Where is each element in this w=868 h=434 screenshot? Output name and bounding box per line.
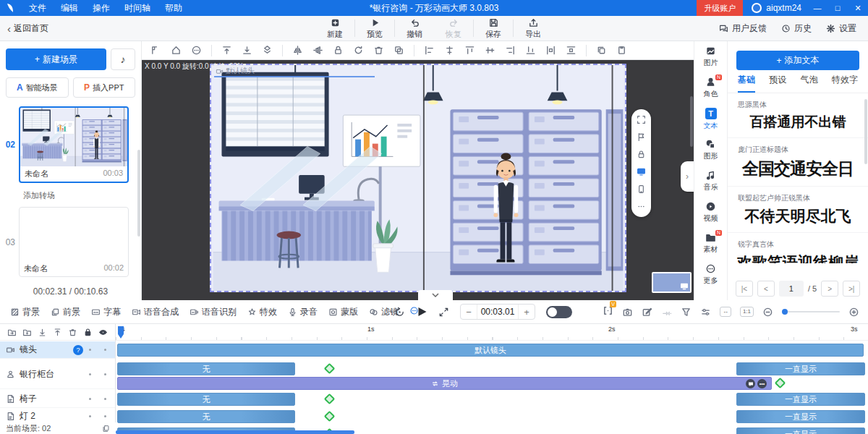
timecode-value[interactable]: 00:03.01 [477, 305, 519, 319]
hold-bar[interactable]: 一直显示 [736, 427, 865, 434]
keyframe-diamond[interactable] [324, 411, 336, 422]
user-avatar[interactable] [752, 3, 762, 13]
page-number-input[interactable]: 1 [779, 281, 804, 297]
undo-button[interactable]: 撤销 [395, 17, 434, 40]
move-down-icon[interactable] [38, 328, 47, 337]
insert-ppt-button[interactable]: P插入PPT [73, 77, 136, 98]
screenshot-icon[interactable] [622, 307, 633, 318]
audio-plug-icon[interactable] [661, 307, 672, 318]
scene-thumbnail-selected[interactable]: 未命名00:03 [19, 106, 129, 183]
scene-thumbnail-empty[interactable]: 未命名00:02 [19, 207, 129, 277]
feedback-button[interactable]: 用户反馈 [719, 22, 767, 35]
menu-timeline[interactable]: 时间轴 [117, 2, 158, 14]
playhead[interactable] [116, 326, 125, 339]
zoom-in-icon[interactable] [848, 307, 859, 318]
record-button[interactable]: 录音 [288, 306, 318, 318]
enter-animation-bar[interactable]: 无 [117, 393, 295, 406]
keyframe-diamond[interactable] [324, 393, 336, 405]
font-item[interactable]: 锐字真言体 欢歌笑语迎线柳岸 [728, 239, 868, 269]
text-panel-scrollbar[interactable] [864, 99, 867, 164]
add-folder-icon[interactable] [22, 328, 32, 337]
new-button[interactable]: 新建 [315, 17, 354, 40]
align-bottom-icon[interactable] [525, 45, 536, 56]
align-right-icon[interactable] [505, 45, 516, 56]
help-badge[interactable]: ? [73, 345, 83, 355]
last-page-button[interactable]: >| [843, 281, 860, 297]
preview-button[interactable]: 预览 [355, 17, 394, 40]
phone-icon[interactable] [637, 184, 646, 194]
tab-effect-text[interactable]: 特效字 [832, 74, 858, 93]
replay-icon[interactable] [394, 307, 405, 318]
eye-icon[interactable] [98, 328, 108, 337]
lock-icon[interactable] [83, 328, 93, 337]
keyframe-diamond[interactable] [324, 363, 336, 375]
keyframe-diamond[interactable] [775, 378, 786, 389]
menu-file[interactable]: 文件 [22, 2, 54, 14]
effects-button[interactable]: 特效 [247, 306, 277, 318]
slider-knob[interactable] [782, 309, 788, 315]
trash-icon[interactable] [68, 328, 77, 337]
paste-icon[interactable] [616, 45, 627, 56]
smart-scene-button[interactable]: A智能场景 [6, 77, 69, 98]
edit-icon[interactable] [642, 307, 652, 318]
row-toggles[interactable] [89, 349, 106, 351]
background-button[interactable]: 背景 [10, 306, 40, 318]
scene-panel-scrollbar[interactable] [137, 150, 140, 237]
ruler-corner-icon[interactable] [150, 45, 161, 56]
settings-button[interactable]: 设置 [826, 22, 856, 35]
tab-basic[interactable]: 基础 [738, 74, 755, 93]
funnel-icon[interactable] [681, 307, 692, 318]
menu-edit[interactable]: 编辑 [54, 2, 85, 14]
back-home-button[interactable]: ‹返回首页 [7, 22, 48, 35]
delete-icon[interactable] [373, 45, 384, 56]
timeline-tracks[interactable]: 0s 1s 2s 3s 默认镜头 无 一直显示 晃动 ••• 无 一直显示 无 … [116, 324, 868, 434]
menu-operate[interactable]: 操作 [85, 2, 117, 14]
rail-item-character[interactable]: N 角色 [694, 72, 727, 103]
home-icon[interactable] [171, 45, 182, 56]
more-dots-icon[interactable] [637, 202, 646, 211]
time-minus-button[interactable]: − [461, 307, 477, 318]
distribute-h-icon[interactable] [545, 45, 556, 56]
fit-screen-icon[interactable] [637, 115, 646, 124]
move-layer-up-icon[interactable] [262, 45, 273, 56]
timeline-ruler[interactable]: 0s 1s 2s 3s [116, 324, 868, 341]
align-left-icon[interactable] [424, 45, 435, 56]
enter-animation-bar[interactable]: 无 [117, 362, 295, 375]
flag-icon[interactable] [637, 132, 646, 142]
enter-animation-bar[interactable]: 无 [117, 410, 295, 423]
marker-tool[interactable]: V [603, 305, 613, 318]
add-transition-link[interactable]: 添加转场 [23, 190, 141, 201]
zoom-out-icon[interactable] [762, 307, 773, 318]
scene-item[interactable]: 02 未命名00:03 [0, 106, 141, 183]
time-plus-button[interactable]: + [519, 307, 535, 318]
copy-icon[interactable] [596, 45, 607, 56]
history-button[interactable]: 历史 [781, 22, 812, 35]
rotate-icon[interactable] [353, 45, 364, 56]
rail-item-shape[interactable]: 图形 [694, 135, 727, 166]
save-button[interactable]: 保存 [474, 17, 513, 40]
move-up-icon[interactable] [53, 328, 62, 337]
font-item[interactable]: 庞门正道标题体 全国交通安全日 [728, 145, 868, 187]
align-center-h-icon[interactable] [444, 45, 455, 56]
subtitle-button[interactable]: 字幕 [91, 306, 121, 318]
send-to-back-icon[interactable] [242, 45, 252, 56]
export-button[interactable]: 导出 [514, 17, 553, 40]
menu-help[interactable]: 帮助 [158, 2, 190, 14]
rail-item-more[interactable]: 更多 [694, 259, 727, 290]
more-circle-icon[interactable] [191, 45, 202, 56]
pages-icon[interactable] [102, 425, 110, 433]
expand-panel-tab[interactable]: › [681, 161, 694, 192]
add-text-button[interactable]: +添加文本 [736, 51, 859, 70]
row-toggles[interactable] [89, 373, 106, 375]
next-page-button[interactable]: > [821, 281, 838, 297]
adjust-sliders-icon[interactable] [700, 307, 711, 318]
foreground-button[interactable]: 前景 [51, 306, 80, 318]
lock-icon[interactable] [333, 45, 344, 56]
autoplay-toggle[interactable] [546, 306, 572, 318]
tab-bubble[interactable]: 气泡 [801, 74, 818, 93]
group-icon[interactable] [393, 45, 404, 56]
action-bar[interactable]: 晃动 ••• [117, 377, 772, 390]
flip-horizontal-icon[interactable] [292, 45, 303, 56]
actual-size-button[interactable]: 1:1 [740, 307, 754, 317]
hold-bar[interactable]: 一直显示 [736, 410, 865, 423]
